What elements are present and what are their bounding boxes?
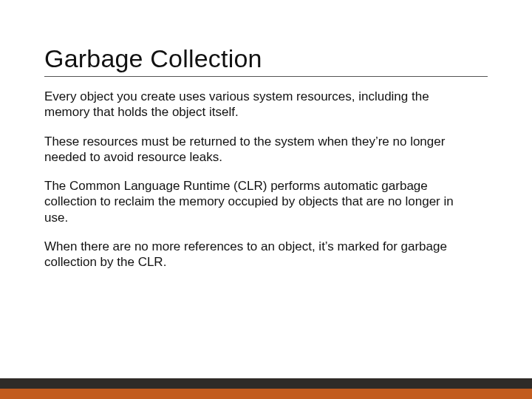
slide-paragraph: When there are no more references to an … — [44, 239, 458, 270]
slide-footer — [0, 378, 532, 399]
slide-content: Garbage Collection Every object you crea… — [0, 0, 532, 270]
footer-band-orange — [0, 389, 532, 399]
slide-title: Garbage Collection — [44, 44, 488, 77]
slide-paragraph: Every object you create uses various sys… — [44, 89, 458, 120]
slide-paragraph: These resources must be returned to the … — [44, 134, 458, 166]
slide: Garbage Collection Every object you crea… — [0, 0, 532, 399]
footer-band-dark — [0, 378, 532, 389]
slide-paragraph: The Common Language Runtime (CLR) perfor… — [44, 178, 458, 225]
